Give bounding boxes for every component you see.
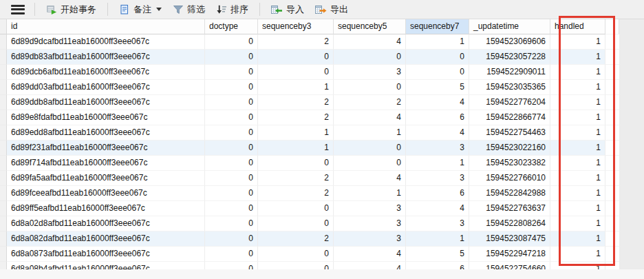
cell-id[interactable]: 6d8a08b4afbd11eab16000ff3eee067c — [7, 262, 205, 269]
cell-sequenceby7[interactable]: 3 — [406, 141, 469, 156]
row-selector[interactable] — [0, 247, 7, 262]
cell-sequenceby7[interactable]: 6 — [406, 186, 469, 201]
cell-id[interactable]: 6d8a02d8afbd11eab16000ff3eee067c — [7, 216, 205, 231]
cell-sequenceby3[interactable]: 0 — [258, 50, 334, 65]
cell-sequenceby7[interactable]: 3 — [406, 171, 469, 186]
cell-id[interactable]: 6d8a0873afbd11eab16000ff3eee067c — [7, 247, 205, 262]
row-selector[interactable] — [0, 141, 7, 156]
import-button[interactable]: 导入 — [266, 1, 310, 18]
cell-id[interactable]: 6d89f231afbd11eab16000ff3eee067c — [7, 141, 205, 156]
cell-sequenceby5[interactable]: 4 — [334, 110, 406, 125]
cell-id[interactable]: 6d8a082dafbd11eab16000ff3eee067c — [7, 231, 205, 247]
cell-doctype[interactable]: 0 — [205, 156, 258, 171]
cell-id[interactable]: 6d89dd03afbd11eab16000ff3eee067c — [7, 80, 205, 95]
cell-sequenceby3[interactable]: 2 — [258, 34, 334, 50]
cell-id[interactable]: 6d89f714afbd11eab16000ff3eee067c — [7, 156, 205, 171]
cell-id[interactable]: 6d89ff5eafbd11eab16000ff3eee067c — [7, 201, 205, 216]
filter-button[interactable]: 筛选 — [167, 1, 211, 18]
cell-_updatetime[interactable]: 1594522754463 — [469, 125, 550, 141]
cell-sequenceby7[interactable]: 5 — [406, 247, 469, 262]
cell-handled[interactable]: 1 — [550, 80, 605, 95]
cell-sequenceby3[interactable]: 0 — [258, 65, 334, 80]
begin-transaction-button[interactable]: 开始事务 — [41, 1, 102, 18]
cell-sequenceby3[interactable]: 0 — [258, 247, 334, 262]
column-header-doctype[interactable]: doctype — [205, 19, 258, 34]
cell-doctype[interactable]: 0 — [205, 95, 258, 110]
cell-sequenceby3[interactable]: 2 — [258, 186, 334, 201]
cell-_updatetime[interactable]: 1594522947218 — [469, 247, 550, 262]
cell-sequenceby7[interactable]: 4 — [406, 201, 469, 216]
menu-icon[interactable] — [11, 5, 25, 14]
cell-_updatetime[interactable]: 1594523087475 — [469, 231, 550, 247]
cell-_updatetime[interactable]: 1594522808264 — [469, 216, 550, 231]
cell-handled[interactable]: 1 — [550, 65, 605, 80]
cell-handled[interactable]: 1 — [550, 95, 605, 110]
row-selector[interactable] — [0, 34, 7, 50]
cell-_updatetime[interactable]: 1594523035365 — [469, 80, 550, 95]
cell-sequenceby3[interactable]: 0 — [258, 262, 334, 269]
cell-sequenceby3[interactable]: 0 — [258, 201, 334, 216]
cell-id[interactable]: 6d89fceeafbd11eab16000ff3eee067c — [7, 186, 205, 201]
cell-_updatetime[interactable]: 1594523069606 — [469, 34, 550, 50]
cell-handled[interactable]: 1 — [550, 50, 605, 65]
column-header-sequenceby5[interactable]: sequenceby5 — [334, 19, 406, 34]
column-header-_updatetime[interactable]: _updatetime — [469, 19, 550, 34]
cell-doctype[interactable]: 0 — [205, 247, 258, 262]
cell-handled[interactable]: 1 — [550, 201, 605, 216]
cell-sequenceby7[interactable]: 1 — [406, 231, 469, 247]
cell-sequenceby7[interactable]: 6 — [406, 262, 469, 269]
column-header-sequenceby7[interactable]: sequenceby7 — [406, 19, 469, 34]
row-selector[interactable] — [0, 262, 7, 269]
cell-doctype[interactable]: 0 — [205, 262, 258, 269]
cell-sequenceby5[interactable]: 1 — [334, 125, 406, 141]
cell-sequenceby5[interactable]: 4 — [334, 171, 406, 186]
cell-handled[interactable]: 1 — [550, 231, 605, 247]
cell-handled[interactable]: 1 — [550, 216, 605, 231]
column-header-sequenceby3[interactable]: sequenceby3 — [258, 19, 334, 34]
cell-sequenceby5[interactable]: 4 — [334, 262, 406, 269]
column-header-handled[interactable]: handled — [550, 19, 605, 34]
cell-sequenceby3[interactable]: 1 — [258, 125, 334, 141]
cell-sequenceby3[interactable]: 2 — [258, 95, 334, 110]
cell-doctype[interactable]: 0 — [205, 65, 258, 80]
cell-sequenceby7[interactable]: 6 — [406, 110, 469, 125]
cell-id[interactable]: 6d89dcb6afbd11eab16000ff3eee067c — [7, 65, 205, 80]
cell-sequenceby7[interactable]: 3 — [406, 216, 469, 231]
row-selector[interactable] — [0, 95, 7, 110]
cell-_updatetime[interactable]: 1594522754660 — [469, 262, 550, 269]
cell-sequenceby5[interactable]: 1 — [334, 186, 406, 201]
cell-id[interactable]: 6d89d9dcafbd11eab16000ff3eee067c — [7, 34, 205, 50]
cell-sequenceby7[interactable]: 4 — [406, 125, 469, 141]
cell-handled[interactable]: 1 — [550, 34, 605, 50]
sort-button[interactable]: 排序 — [211, 1, 254, 18]
cell-doctype[interactable]: 0 — [205, 186, 258, 201]
cell-id[interactable]: 6d89ddb8afbd11eab16000ff3eee067c — [7, 95, 205, 110]
cell-sequenceby7[interactable]: 1 — [406, 156, 469, 171]
cell-id[interactable]: 6d89edd8afbd11eab16000ff3eee067c — [7, 125, 205, 141]
cell-_updatetime[interactable]: 1594522842988 — [469, 186, 550, 201]
cell-doctype[interactable]: 0 — [205, 171, 258, 186]
cell-id[interactable]: 6d89fa5aafbd11eab16000ff3eee067c — [7, 171, 205, 186]
cell-sequenceby3[interactable]: 0 — [258, 156, 334, 171]
row-selector[interactable] — [0, 171, 7, 186]
cell-_updatetime[interactable]: 1594523023382 — [469, 156, 550, 171]
cell-sequenceby7[interactable]: 5 — [406, 80, 469, 95]
column-header-id[interactable]: id — [7, 19, 205, 34]
cell-sequenceby5[interactable]: 0 — [334, 156, 406, 171]
cell-sequenceby3[interactable]: 2 — [258, 110, 334, 125]
cell-doctype[interactable]: 0 — [205, 216, 258, 231]
cell-handled[interactable]: 1 — [550, 156, 605, 171]
cell-handled[interactable]: 1 — [550, 125, 605, 141]
cell-sequenceby5[interactable]: 3 — [334, 65, 406, 80]
row-selector[interactable] — [0, 201, 7, 216]
cell-sequenceby7[interactable]: 4 — [406, 95, 469, 110]
cell-sequenceby5[interactable]: 0 — [334, 50, 406, 65]
cell-sequenceby3[interactable]: 1 — [258, 141, 334, 156]
cell-sequenceby7[interactable]: 0 — [406, 50, 469, 65]
cell-handled[interactable]: 1 — [550, 141, 605, 156]
cell-sequenceby5[interactable]: 4 — [334, 34, 406, 50]
cell-sequenceby3[interactable]: 1 — [258, 80, 334, 95]
cell-doctype[interactable]: 0 — [205, 50, 258, 65]
cell-id[interactable]: 6d89db83afbd11eab16000ff3eee067c — [7, 50, 205, 65]
note-button[interactable]: 备注 — [114, 1, 167, 18]
